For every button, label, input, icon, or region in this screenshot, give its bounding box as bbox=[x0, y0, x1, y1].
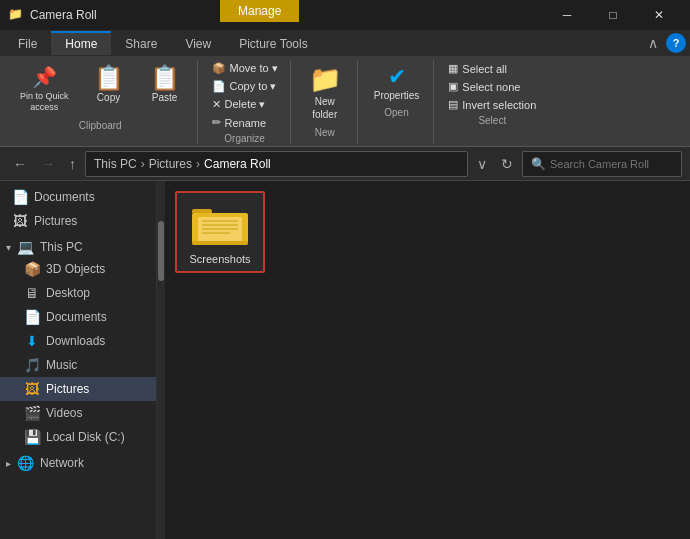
breadcrumb-pictures[interactable]: Pictures bbox=[149, 157, 192, 171]
sidebar-item-pictures[interactable]: 🖼 Pictures bbox=[0, 377, 156, 401]
window-title: Camera Roll bbox=[30, 8, 97, 22]
ribbon-tabs: File Home Share View Picture Tools ∧ ? bbox=[0, 30, 690, 56]
sidebar-item-label: Downloads bbox=[46, 334, 105, 348]
sidebar-item-pictures-quick[interactable]: 🖼 Pictures bbox=[0, 209, 156, 233]
forward-button[interactable]: → bbox=[36, 152, 60, 176]
sidebar-item-label: Pictures bbox=[46, 382, 89, 396]
sidebar-item-documents-quick[interactable]: 📄 Documents bbox=[0, 185, 156, 209]
breadcrumb-thispc[interactable]: This PC bbox=[94, 157, 137, 171]
open-group-label: Open bbox=[384, 107, 408, 118]
maximize-button[interactable]: □ bbox=[590, 0, 636, 30]
search-input[interactable] bbox=[550, 158, 673, 170]
ribbon-group-open: ✔ Properties Open bbox=[360, 60, 435, 144]
address-bar: ← → ↑ This PC › Pictures › Camera Roll ∨… bbox=[0, 147, 690, 181]
selectall-icon: ▦ bbox=[448, 62, 458, 75]
tab-share[interactable]: Share bbox=[111, 31, 171, 55]
breadcrumb-cameraroll[interactable]: Camera Roll bbox=[204, 157, 271, 171]
documents-icon: 📄 bbox=[24, 309, 40, 325]
sidebar-item-label: Documents bbox=[34, 190, 95, 204]
selectnone-button[interactable]: ▣ Select none bbox=[442, 78, 542, 95]
ribbon-collapse-button[interactable]: ∧ bbox=[644, 33, 662, 53]
select-small-group: ▦ Select all ▣ Select none ▤ Invert sele… bbox=[442, 60, 542, 113]
pin-quickaccess-button[interactable]: 📌 Pin to Quickaccess bbox=[14, 62, 75, 116]
sidebar-scrollbar[interactable] bbox=[157, 181, 165, 539]
refresh-button[interactable]: ↻ bbox=[496, 152, 518, 176]
sidebar-item-downloads[interactable]: ⬇ Downloads bbox=[0, 329, 156, 353]
breadcrumb-sep2: › bbox=[196, 157, 200, 171]
window-controls: ─ □ ✕ bbox=[544, 0, 682, 30]
pin-icon: 📌 bbox=[32, 65, 57, 89]
close-button[interactable]: ✕ bbox=[636, 0, 682, 30]
invertselection-icon: ▤ bbox=[448, 98, 458, 111]
sidebar-container: 📄 Documents 🖼 Pictures ▾ 💻 This PC 📦 3D … bbox=[0, 181, 165, 539]
thispc-expand-icon: ▾ bbox=[6, 242, 11, 253]
tab-view[interactable]: View bbox=[171, 31, 225, 55]
network-expand-icon: ▸ bbox=[6, 458, 11, 469]
folder-screenshots[interactable]: Screenshots bbox=[175, 191, 265, 273]
rename-icon: ✏ bbox=[212, 116, 221, 129]
sidebar-item-desktop[interactable]: 🖥 Desktop bbox=[0, 281, 156, 305]
sidebar-item-documents[interactable]: 📄 Documents bbox=[0, 305, 156, 329]
ribbon-group-new: 📁 Newfolder New bbox=[293, 60, 358, 144]
sidebar: 📄 Documents 🖼 Pictures ▾ 💻 This PC 📦 3D … bbox=[0, 181, 157, 539]
content-area[interactable]: Screenshots bbox=[165, 181, 690, 539]
sidebar-item-localdisk[interactable]: 💾 Local Disk (C:) bbox=[0, 425, 156, 449]
tab-file[interactable]: File bbox=[4, 31, 51, 55]
ribbon-group-clipboard: 📌 Pin to Quickaccess 📋 Copy 📋 Paste bbox=[4, 60, 198, 144]
paste-button[interactable]: 📋 Paste bbox=[139, 60, 191, 107]
properties-button[interactable]: ✔ Properties bbox=[366, 60, 428, 105]
tab-home[interactable]: Home bbox=[51, 31, 111, 55]
sidebar-item-music[interactable]: 🎵 Music bbox=[0, 353, 156, 377]
new-buttons: 📁 Newfolder bbox=[299, 60, 351, 125]
folder-icon-svg bbox=[190, 199, 250, 249]
sidebar-item-label: Documents bbox=[46, 310, 107, 324]
copy-icon: 📋 bbox=[94, 64, 124, 92]
delete-button[interactable]: ✕ Delete ▾ bbox=[206, 96, 284, 113]
folder-screenshots-label: Screenshots bbox=[189, 253, 250, 265]
organize-small-group: 📦 Move to ▾ 📄 Copy to ▾ ✕ Delete ▾ ✏ Ren… bbox=[206, 60, 284, 131]
search-box[interactable]: 🔍 bbox=[522, 151, 682, 177]
thispc-label: This PC bbox=[40, 240, 83, 254]
newfolder-button[interactable]: 📁 Newfolder bbox=[299, 60, 351, 125]
ribbon-content: 📌 Pin to Quickaccess 📋 Copy 📋 Paste bbox=[0, 60, 690, 144]
paste-label: Paste bbox=[152, 92, 178, 103]
ribbon: 📌 Pin to Quickaccess 📋 Copy 📋 Paste bbox=[0, 56, 690, 147]
invertselection-button[interactable]: ▤ Invert selection bbox=[442, 96, 542, 113]
sidebar-item-label: Local Disk (C:) bbox=[46, 430, 125, 444]
rename-button[interactable]: ✏ Rename bbox=[206, 114, 284, 131]
select-group-label: Select bbox=[478, 115, 506, 126]
up-button[interactable]: ↑ bbox=[64, 152, 81, 176]
downloads-icon: ⬇ bbox=[24, 333, 40, 349]
videos-icon: 🎬 bbox=[24, 405, 40, 421]
sidebar-item-label: Music bbox=[46, 358, 77, 372]
sidebar-item-videos[interactable]: 🎬 Videos bbox=[0, 401, 156, 425]
moveto-icon: 📦 bbox=[212, 62, 226, 75]
breadcrumb[interactable]: This PC › Pictures › Camera Roll bbox=[85, 151, 468, 177]
expand-address-button[interactable]: ∨ bbox=[472, 154, 492, 174]
properties-icon: ✔ bbox=[388, 64, 406, 90]
desktop-icon: 🖥 bbox=[24, 285, 40, 301]
copyto-icon: 📄 bbox=[212, 80, 226, 93]
organize-buttons: 📦 Move to ▾ 📄 Copy to ▾ ✕ Delete ▾ ✏ Ren… bbox=[206, 60, 284, 131]
title-bar-left: 📁 Camera Roll bbox=[8, 7, 97, 23]
moveto-button[interactable]: 📦 Move to ▾ bbox=[206, 60, 284, 77]
sidebar-item-3dobjects[interactable]: 📦 3D Objects bbox=[0, 257, 156, 281]
copy-label: Copy bbox=[97, 92, 120, 103]
selectall-button[interactable]: ▦ Select all bbox=[442, 60, 542, 77]
open-buttons: ✔ Properties bbox=[366, 60, 428, 105]
help-button[interactable]: ? bbox=[666, 33, 686, 53]
music-icon: 🎵 bbox=[24, 357, 40, 373]
delete-icon: ✕ bbox=[212, 98, 221, 111]
sidebar-item-label: 3D Objects bbox=[46, 262, 105, 276]
minimize-button[interactable]: ─ bbox=[544, 0, 590, 30]
copyto-button[interactable]: 📄 Copy to ▾ bbox=[206, 78, 284, 95]
sidebar-item-label: Desktop bbox=[46, 286, 90, 300]
sidebar-scroll-thumb bbox=[158, 221, 164, 281]
back-button[interactable]: ← bbox=[8, 152, 32, 176]
tab-picturetools[interactable]: Picture Tools bbox=[225, 31, 321, 55]
sidebar-thispc-header[interactable]: ▾ 💻 This PC bbox=[0, 233, 156, 257]
moveto-label: Move to ▾ bbox=[230, 62, 278, 75]
copy-button[interactable]: 📋 Copy bbox=[83, 60, 135, 107]
manage-tab[interactable]: Manage bbox=[220, 0, 299, 22]
sidebar-network-header[interactable]: ▸ 🌐 Network bbox=[0, 449, 156, 473]
